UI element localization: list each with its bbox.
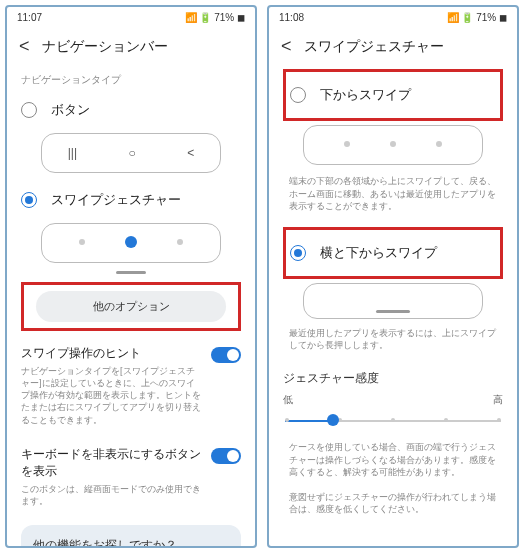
time: 11:08 — [279, 12, 304, 23]
option-swipe-bottom[interactable]: 下からスワイプ — [290, 76, 496, 114]
dot-icon — [177, 239, 183, 245]
time: 11:07 — [17, 12, 42, 23]
setting-desc: このボタンは、縦画面モードでのみ使用できます。 — [21, 483, 203, 507]
content: ナビゲーションタイプ ボタン ||| ○ < スワイプジェスチャー 他のオプショ… — [7, 65, 255, 546]
radio-icon-selected — [290, 245, 306, 261]
footer-question: 他の機能をお探しですか？ — [33, 537, 229, 546]
radio-label: スワイプジェスチャー — [51, 191, 181, 209]
radio-icon — [290, 87, 306, 103]
setting-desc: ナビゲーションタイプを[スワイプジェスチャー]に設定しているときに、上へのスワイ… — [21, 365, 203, 426]
status-icons: 📶 🔋 71% ◼ — [185, 12, 245, 23]
statusbar: 11:07 📶 🔋 71% ◼ — [7, 7, 255, 28]
footer-card: 他の機能をお探しですか？ システムサウンド/バイブ設定 — [21, 525, 241, 546]
phone-right: 11:08 📶 🔋 71% ◼ < スワイプジェスチャー 下からスワイプ 端末の… — [267, 5, 519, 548]
status-icons: 📶 🔋 71% ◼ — [447, 12, 507, 23]
dot-icon — [79, 239, 85, 245]
sensitivity-labels: 低 高 — [283, 393, 503, 407]
radio-label: 横と下からスワイプ — [320, 244, 437, 262]
preview-swipe-bottom — [303, 125, 483, 165]
sens-low-label: 低 — [283, 393, 293, 407]
toggle-on[interactable] — [211, 448, 241, 464]
section-label: ナビゲーションタイプ — [21, 73, 241, 87]
content: 下からスワイプ 端末の下部の各領域から上にスワイプして、戻る、ホーム画面に移動、… — [269, 65, 517, 546]
desc-swipe-bottom: 端末の下部の各領域から上にスワイプして、戻る、ホーム画面に移動、あるいは最近使用… — [283, 173, 503, 223]
page-title: スワイプジェスチャー — [304, 38, 444, 56]
radio-label: 下からスワイプ — [320, 86, 411, 104]
highlight-swipe-side: 横と下からスワイプ — [283, 227, 503, 279]
highlight-swipe-bottom: 下からスワイプ — [283, 69, 503, 121]
option-swipe[interactable]: スワイプジェスチャー — [21, 181, 241, 219]
nav-preview-buttons: ||| ○ < — [41, 133, 221, 173]
slider-ticks — [285, 418, 501, 422]
nav-back-icon: < — [187, 146, 194, 160]
header: < ナビゲーションバー — [7, 28, 255, 65]
back-icon[interactable]: < — [281, 36, 292, 57]
sens-desc2: 意図せずにジェスチャーの操作が行われてしまう場合は、感度を低くしてください。 — [283, 489, 503, 526]
statusbar: 11:08 📶 🔋 71% ◼ — [269, 7, 517, 28]
sensitivity-title: ジェスチャー感度 — [283, 370, 503, 387]
sens-high-label: 高 — [493, 393, 503, 407]
option-swipe-side[interactable]: 横と下からスワイプ — [290, 234, 496, 272]
highlight-more-options: 他のオプション — [21, 282, 241, 331]
radio-icon-selected — [21, 192, 37, 208]
nav-preview-swipe — [41, 223, 221, 263]
more-options-button[interactable]: 他のオプション — [36, 291, 226, 322]
setting-title: スワイプ操作のヒント — [21, 345, 203, 362]
header: < スワイプジェスチャー — [269, 28, 517, 65]
page-title: ナビゲーションバー — [42, 38, 168, 56]
back-icon[interactable]: < — [19, 36, 30, 57]
preview-swipe-side — [303, 283, 483, 319]
handle-icon — [116, 271, 146, 274]
slider-thumb-icon[interactable] — [327, 414, 339, 426]
dot-icon — [436, 141, 442, 147]
setting-keyboard-button[interactable]: キーボードを非表示にするボタンを表示 このボタンは、縦画面モードでのみ使用できま… — [21, 436, 241, 517]
dot-icon — [390, 141, 396, 147]
gesture-bar-icon — [376, 310, 410, 313]
nav-recent-icon: ||| — [68, 146, 77, 160]
radio-icon — [21, 102, 37, 118]
dot-selected-icon — [125, 236, 137, 248]
nav-home-icon: ○ — [129, 146, 136, 160]
dot-icon — [344, 141, 350, 147]
sensitivity-slider[interactable] — [285, 411, 501, 429]
setting-title: キーボードを非表示にするボタンを表示 — [21, 446, 203, 480]
setting-swipe-hint[interactable]: スワイプ操作のヒント ナビゲーションタイプを[スワイプジェスチャー]に設定してい… — [21, 335, 241, 436]
phone-left: 11:07 📶 🔋 71% ◼ < ナビゲーションバー ナビゲーションタイプ ボ… — [5, 5, 257, 548]
option-buttons[interactable]: ボタン — [21, 91, 241, 129]
radio-label: ボタン — [51, 101, 90, 119]
desc-swipe-side: 最近使用したアプリを表示するには、上にスワイプしてから長押しします。 — [283, 325, 503, 362]
sens-desc1: ケースを使用している場合、画面の端で行うジェスチャーは操作しづらくなる場合があり… — [283, 439, 503, 489]
toggle-on[interactable] — [211, 347, 241, 363]
